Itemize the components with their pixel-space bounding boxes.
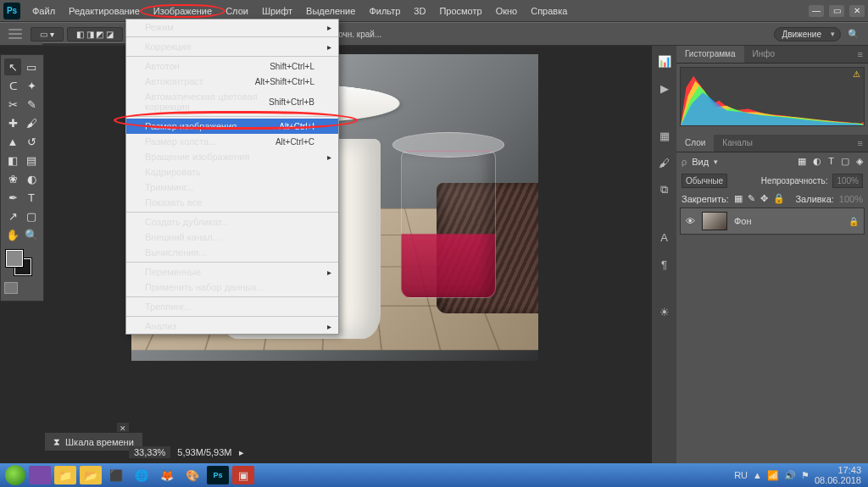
taskbar-app-2[interactable]: ⬛ [105,466,127,484]
menu-3d[interactable]: 3D [407,3,432,19]
tab-histogram[interactable]: Гистограмма [676,46,744,63]
status-arrow-icon[interactable]: ▸ [239,447,244,458]
action-center-icon[interactable]: ⚑ [801,470,810,481]
magic-wand-tool[interactable]: ✦ [23,77,40,94]
panel-menu-icon[interactable]: ≡ [853,46,868,63]
crop-tool[interactable]: ✂ [4,96,21,113]
menu-изображение[interactable]: Изображение [147,3,219,19]
panel-menu-icon[interactable]: ≡ [853,135,868,152]
menu-фильтр[interactable]: Фильтр [362,3,407,19]
clock[interactable]: 17:43 08.06.2018 [815,465,861,485]
tray-icon-1[interactable]: ▲ [753,470,762,480]
brushes-icon[interactable]: 🖌 [656,154,673,171]
swatches-icon[interactable]: ▦ [656,127,673,144]
taskbar-app-3[interactable]: ▣ [232,466,254,484]
character-icon[interactable]: A [656,229,673,246]
chrome-icon[interactable]: 🌐 [131,466,153,484]
photoshop-taskbar-icon[interactable]: Ps [207,466,229,484]
color-swatch[interactable] [4,248,40,277]
opacity-field[interactable]: 100% [832,174,863,188]
menu-item[interactable]: Коррекция [126,39,338,54]
hand-tool[interactable]: ✋ [4,226,21,243]
tab-channels[interactable]: Каналы [714,135,761,152]
gradient-tool[interactable]: ▤ [23,152,40,169]
lasso-tool[interactable]: ᑕ [4,77,21,94]
brush-tool[interactable]: 🖌 [23,114,40,131]
tool-preset-selector[interactable]: ▭ ▾ [31,27,64,42]
histogram-icon[interactable]: 📊 [656,53,673,69]
play-icon[interactable]: ▶ [656,80,673,97]
marquee-tool[interactable]: ▭ [23,58,40,75]
quick-mask[interactable] [4,279,40,297]
selection-mode[interactable]: ◧ ◨ ◩ ◪ [67,27,123,42]
menu-item[interactable]: Размер холста...Alt+Ctrl+C [126,134,338,149]
stamp-tool[interactable]: ▲ [4,133,21,150]
blur-tool[interactable]: ❀ [4,170,21,187]
menu-просмотр[interactable]: Просмотр [432,3,488,19]
folder-icon[interactable]: 📂 [80,466,102,484]
close-button[interactable]: ✕ [849,5,865,17]
menu-item[interactable]: Вращение изображения [126,149,338,164]
filter-smart-icon[interactable]: ◈ [856,156,863,167]
blend-mode-selector[interactable]: Обычные [682,174,727,188]
menu-слои[interactable]: Слои [219,3,255,19]
zoom-tool[interactable]: 🔍 [23,226,40,243]
menu-item[interactable]: Тримминг... [126,180,338,195]
fill-field[interactable]: 100% [839,194,863,204]
menu-редактирование[interactable]: Редактирование [62,3,147,19]
lock-position-icon[interactable]: ✎ [748,193,755,204]
minimize-button[interactable]: — [809,5,824,17]
healing-brush-tool[interactable]: ✚ [4,114,21,131]
filter-shape-icon[interactable]: ▢ [841,156,849,167]
path-tool[interactable]: ↗ [4,208,21,224]
paint-icon[interactable]: 🎨 [181,466,203,484]
file-explorer-icon[interactable]: 📁 [54,466,76,484]
volume-icon[interactable]: 🔊 [784,470,796,481]
network-icon[interactable]: 📶 [767,470,779,481]
menu-item[interactable]: Создать дубликат... [126,214,338,230]
menu-item[interactable]: АвтотонShift+Ctrl+L [126,58,338,74]
menu-item[interactable]: Вычисления... [126,245,338,260]
taskbar-app-1[interactable] [29,466,51,484]
adjustments-icon[interactable]: ☀ [656,303,673,320]
eyedropper-tool[interactable]: ✎ [23,96,40,113]
warning-icon[interactable]: ⚠ [853,69,860,79]
workspace-selector[interactable]: Движение [774,27,841,42]
paragraph-icon[interactable]: ¶ [656,256,673,273]
menu-item[interactable]: Режим [126,19,338,35]
eraser-tool[interactable]: ◧ [4,152,21,169]
history-brush-tool[interactable]: ↺ [23,133,40,150]
menu-файл[interactable]: Файл [25,3,62,19]
menu-item[interactable]: Внешний канал... [126,230,338,245]
clone-icon[interactable]: ⧉ [656,181,673,198]
lock-pixels-icon[interactable]: ▦ [734,193,743,204]
menu-item[interactable]: Размер изображения...Alt+Ctrl+I [126,119,338,134]
menu-item[interactable]: Автоматическая цветовая коррекцияShift+C… [126,89,338,114]
shape-tool[interactable]: ▢ [23,208,40,224]
pen-tool[interactable]: ✒ [4,189,21,206]
menu-окно[interactable]: Окно [489,3,525,19]
filter-type-icon[interactable]: T [828,156,834,167]
menu-item[interactable]: Анализ [126,318,338,334]
filter-pixel-icon[interactable]: ▦ [798,156,806,167]
maximize-button[interactable]: ▭ [829,5,844,17]
firefox-icon[interactable]: 🦊 [156,466,178,484]
menu-выделение[interactable]: Выделение [299,3,362,19]
tab-info[interactable]: Инфо [744,46,784,63]
search-icon[interactable]: 🔍 [848,29,860,40]
dodge-tool[interactable]: ◐ [23,170,40,187]
lock-artboard-icon[interactable]: ✥ [760,193,768,204]
menu-шрифт[interactable]: Шрифт [255,3,299,19]
start-button[interactable] [5,465,25,485]
menu-справка[interactable]: Справка [524,3,574,19]
lock-all-icon[interactable]: 🔒 [773,193,785,204]
type-tool[interactable]: T [23,189,40,206]
visibility-icon[interactable]: 👁 [686,216,695,226]
layer-row[interactable]: 👁 Фон 🔒 [680,208,865,235]
tab-layers[interactable]: Слои [676,135,714,152]
zoom-value[interactable]: 33,33% [129,446,170,458]
menu-item[interactable]: АвтоконтрастAlt+Shift+Ctrl+L [126,74,338,89]
filter-adjust-icon[interactable]: ◐ [813,156,821,167]
move-tool[interactable]: ↖ [4,58,21,75]
language-indicator[interactable]: RU [734,470,748,480]
